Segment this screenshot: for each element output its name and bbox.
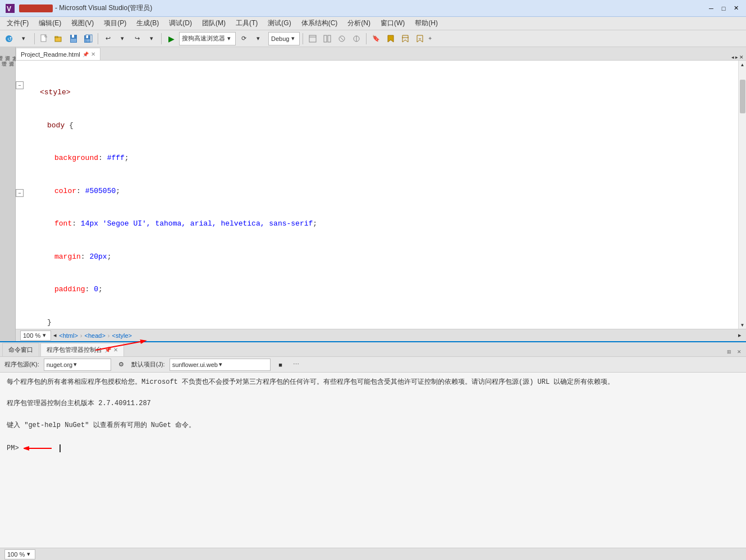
default-project-dropdown[interactable]: sunflower.ui.web ▾ — [170, 359, 271, 371]
pm-prompt-line: PM> — [7, 442, 739, 455]
editor-vscrollbar[interactable]: ▲ ▼ — [738, 61, 746, 329]
bottom-panel-close-button[interactable]: ✕ — [735, 347, 744, 356]
save-button[interactable] — [67, 32, 80, 45]
collapse-body-icon[interactable]: − — [16, 81, 24, 89]
title-bar: V - Microsoft Visual Studio(管理员) ─ □ ✕ — [0, 0, 746, 17]
undo-button[interactable]: ↩ — [101, 32, 115, 45]
gutter-1 — [16, 65, 26, 79]
gutter-collapse-body[interactable]: − — [16, 79, 26, 92]
bottom-panel-float-button[interactable]: ⊞ — [725, 347, 734, 356]
menu-project[interactable]: 项目(P) — [99, 17, 131, 29]
menu-analyze[interactable]: 分析(N) — [343, 17, 375, 29]
menu-edit[interactable]: 编辑(E) — [34, 17, 66, 29]
pm-version: 程序包管理器控制台主机版本 2.7.40911.287 — [7, 398, 739, 409]
nav-back-button[interactable]: ↺ — [2, 32, 16, 45]
code-token: background — [33, 153, 98, 164]
scroll-tabs-right[interactable]: ▸ — [735, 54, 738, 60]
nav-forward-button[interactable]: ▾ — [17, 32, 30, 45]
pm-version-text: 程序包管理器控制台主机版本 2.7.40911.287 — [7, 400, 151, 407]
console-content: 每个程序包的所有者将相应程序包授权给您。Microsoft 不负责也不会授予对第… — [0, 373, 746, 548]
new-project-button[interactable] — [38, 32, 51, 45]
breadcrumb-html[interactable]: <html> — [59, 332, 78, 339]
breadcrumb-sep-1: › — [80, 332, 83, 339]
tb-btn-1[interactable] — [306, 32, 319, 45]
activity-bar: 解决方案资源管理器 团队资源管理器 — [0, 47, 16, 341]
bookmark-btn-1[interactable]: 🔖 — [369, 32, 383, 45]
bottom-toolbar: 程序包源(K): nuget.org ▾ ⚙ 默认项目(J): sunflowe… — [0, 357, 746, 373]
menu-file[interactable]: 文件(F) — [2, 17, 33, 29]
tab-command-window[interactable]: 命令窗口 — [2, 343, 39, 356]
toolbar: ↺ ▾ ↩ ▾ ↪ ▾ ▶ 搜狗高速浏览器 ▾ ⟳ ▾ Debug ▾ — [0, 30, 746, 47]
gutter-6 — [16, 132, 26, 146]
bottom-zoom-arrow: ▾ — [27, 550, 30, 558]
redo-dropdown-button[interactable]: ▾ — [145, 32, 158, 45]
svg-rect-7 — [55, 36, 58, 38]
debug-dropdown-arrow: ▾ — [291, 35, 295, 42]
bottom-zoom-dropdown[interactable]: 100 % ▾ — [4, 549, 35, 559]
bookmark-btn-4[interactable] — [413, 32, 427, 45]
menu-view[interactable]: 视图(V) — [67, 17, 98, 29]
pm-tab-close-button[interactable]: ✕ — [113, 347, 118, 353]
breadcrumb-style[interactable]: <style> — [112, 332, 132, 339]
breadcrumb-sep-0: ◂ — [53, 332, 57, 339]
svg-rect-15 — [309, 35, 316, 42]
scroll-tabs-left[interactable]: ◂ — [731, 54, 734, 60]
code-line-6: margin: 20px; — [33, 251, 731, 263]
gutter-collapse-header[interactable]: − — [16, 186, 26, 200]
menu-build[interactable]: 生成(B) — [132, 17, 163, 29]
tb-btn-3[interactable] — [335, 32, 349, 45]
toolbar-sep-3 — [161, 33, 162, 44]
minimize-button[interactable]: ─ — [706, 3, 717, 14]
redo-button[interactable]: ↪ — [130, 32, 144, 45]
svg-marker-23 — [388, 35, 393, 42]
breadcrumb-head[interactable]: <head> — [85, 332, 106, 339]
tab-package-manager[interactable]: 程序包管理器控制台 📌 ✕ — [40, 343, 124, 356]
gutter-14 — [16, 240, 26, 254]
tab-label: Project_Readme.html — [21, 51, 80, 58]
bookmark-btn-2[interactable] — [384, 32, 397, 45]
code-token: padding — [33, 284, 85, 295]
tb-btn-2[interactable] — [321, 32, 334, 45]
collapse-header-icon[interactable]: − — [16, 189, 24, 197]
editor-tab-readme[interactable]: Project_Readme.html 📌 ✕ — [16, 48, 100, 60]
run-button[interactable]: ▶ — [164, 32, 178, 45]
save-all-button[interactable] — [81, 32, 95, 45]
scrollbar-thumb[interactable] — [740, 80, 745, 113]
default-project-label: 默认项目(J): — [131, 360, 165, 369]
more-options-button[interactable]: ⋯ — [291, 359, 302, 370]
gutter-3 — [16, 92, 26, 105]
menu-window[interactable]: 窗口(W) — [376, 17, 409, 29]
zoom-dropdown[interactable]: 100 % ▾ — [20, 331, 51, 341]
open-file-button[interactable] — [52, 32, 66, 45]
refresh-dropdown-button[interactable]: ▾ — [251, 32, 265, 45]
code-editor[interactable]: − − — [16, 61, 746, 329]
tb-btn-4[interactable] — [350, 32, 363, 45]
menu-help[interactable]: 帮助(H) — [410, 17, 442, 29]
source-dropdown[interactable]: nuget.org ▾ — [44, 359, 111, 371]
close-button[interactable]: ✕ — [730, 3, 742, 14]
menu-team[interactable]: 团队(M) — [198, 17, 230, 29]
cmd-tab-label: 命令窗口 — [8, 346, 33, 354]
scroll-up-button[interactable]: ▲ — [739, 61, 747, 68]
undo-dropdown-button[interactable]: ▾ — [116, 32, 129, 45]
browser-dropdown[interactable]: 搜狗高速浏览器 ▾ — [179, 32, 236, 45]
gutter-13 — [16, 227, 26, 240]
menu-debug[interactable]: 调试(D) — [164, 17, 196, 29]
breadcrumb-end-arrow: ▸ — [738, 332, 742, 339]
source-value: nuget.org — [47, 361, 72, 368]
settings-icon-button[interactable]: ⚙ — [116, 359, 127, 370]
code-lines[interactable]: <style> body { background: #fff; color: … — [26, 61, 738, 329]
gutter-11 — [16, 200, 26, 213]
refresh-button[interactable]: ⟳ — [237, 32, 250, 45]
bookmark-btn-3[interactable] — [399, 32, 412, 45]
tab-close-button[interactable]: ✕ — [91, 51, 95, 57]
menu-tools[interactable]: 工具(T) — [231, 17, 262, 29]
menu-architecture[interactable]: 体系结构(C) — [297, 17, 342, 29]
debug-dropdown[interactable]: Debug ▾ — [268, 32, 300, 45]
gutter-8 — [16, 159, 26, 173]
menu-test[interactable]: 测试(G) — [263, 17, 295, 29]
close-all-tabs[interactable]: ✕ — [739, 54, 744, 60]
scroll-down-button[interactable]: ▼ — [739, 321, 747, 329]
maximize-button[interactable]: □ — [718, 3, 729, 14]
stop-button[interactable]: ■ — [275, 359, 286, 370]
